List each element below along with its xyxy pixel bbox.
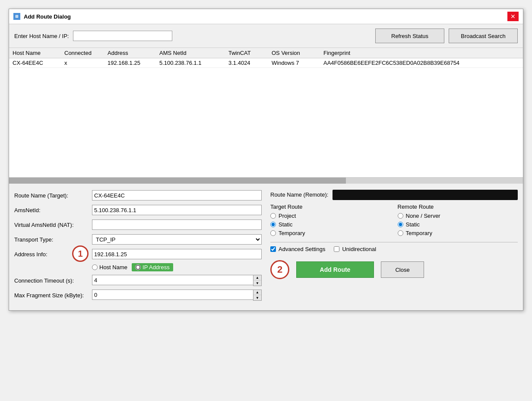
cell-connected: x (64, 60, 108, 66)
unidirectional-label: Unidirectional (342, 246, 376, 252)
transport-type-label: Transport Type: (14, 236, 92, 243)
col-header-twincat: TwinCAT (228, 50, 272, 56)
ipaddress-radio[interactable] (135, 264, 141, 270)
max-fragment-label: Max Fragment Size (kByte): (14, 292, 92, 299)
add-route-dialog: ⊞ Add Route Dialog ✕ Enter Host Name / I… (9, 9, 523, 311)
broadcast-search-button[interactable]: Broadcast Search (449, 29, 518, 43)
top-bar: Enter Host Name / IP: Refresh Status Bro… (9, 24, 523, 48)
remote-none-label: None / Server (406, 213, 440, 219)
col-header-hostname: Host Name (13, 50, 64, 56)
ipaddress-label: IP Address (142, 264, 170, 271)
amsnetid-row: AmsNetId: (14, 204, 262, 216)
host-input[interactable] (73, 31, 172, 41)
amsnetid-label: AmsNetId: (14, 207, 92, 213)
advanced-settings-checkbox[interactable] (270, 246, 276, 252)
target-static-label: Static (279, 221, 293, 228)
address-info-row: Address Info: 1 (14, 248, 262, 260)
form-left: Route Name (Target): AmsNetId: Virtual A… (14, 190, 262, 304)
dialog-icon: ⊞ (13, 13, 20, 20)
virtual-ams-row: Virtual AmsNetId (NAT): (14, 219, 262, 230)
annotation-circle-1: 1 (72, 245, 89, 262)
target-project-label: Project (279, 213, 296, 219)
route-name-remote-label: Route Name (Remote): (270, 190, 328, 198)
route-name-target-label: Route Name (Target): (14, 192, 92, 199)
refresh-status-button[interactable]: Refresh Status (375, 29, 444, 43)
title-bar: ⊞ Add Route Dialog ✕ (9, 9, 523, 24)
horizontal-scrollbar[interactable] (9, 178, 523, 184)
max-fragment-spinners: ▲ ▼ (253, 290, 262, 301)
col-header-connected: Connected (64, 50, 108, 56)
virtual-ams-input[interactable] (92, 220, 262, 230)
ipaddress-radio-container[interactable]: IP Address (132, 263, 173, 271)
hostname-radio[interactable] (92, 264, 98, 270)
remote-static-item: Static (398, 221, 518, 228)
remote-temporary-radio[interactable] (398, 230, 403, 236)
remote-temporary-label: Temporary (406, 230, 432, 236)
max-fragment-up[interactable]: ▲ (253, 290, 261, 295)
target-route-label: Target Route (270, 204, 391, 210)
remote-static-label: Static (406, 221, 420, 228)
connection-timeout-input[interactable] (92, 275, 253, 285)
col-header-address: Address (108, 50, 159, 56)
form-right: Route Name (Remote): Target Route Projec… (270, 190, 518, 304)
remote-none-radio[interactable] (398, 213, 403, 219)
amsnetid-input[interactable] (92, 205, 262, 215)
title-close-button[interactable]: ✕ (507, 12, 519, 21)
table-header-row: Host Name Connected Address AMS NetId Tw… (9, 48, 523, 58)
table-row[interactable]: CX-64EE4C x 192.168.1.25 5.100.238.76.1.… (9, 58, 523, 68)
target-static-item: Static (270, 221, 391, 228)
connection-timeout-spinbox: ▲ ▼ (92, 275, 262, 286)
virtual-ams-label: Virtual AmsNetId (NAT): (14, 222, 92, 228)
col-header-amsnetid: AMS NetId (159, 50, 228, 56)
cell-twincat: 3.1.4024 (228, 60, 272, 66)
form-columns: Route Name (Target): AmsNetId: Virtual A… (14, 190, 518, 304)
connection-timeout-label: Connection Timeout (s): (14, 277, 92, 284)
scroll-thumb[interactable] (9, 178, 346, 184)
connection-timeout-up[interactable]: ▲ (253, 275, 261, 280)
target-temporary-label: Temporary (279, 230, 305, 236)
advanced-settings-item: Advanced Settings (270, 246, 325, 252)
remote-route-label: Remote Route (398, 204, 518, 210)
action-buttons-row: 2 Add Route Close (270, 260, 518, 279)
unidirectional-checkbox[interactable] (334, 246, 339, 252)
hostname-radio-container[interactable]: Host Name (92, 264, 127, 271)
add-route-button[interactable]: Add Route (296, 261, 374, 278)
route-name-remote-redacted (332, 190, 518, 200)
remote-route-col: Remote Route None / Server Static Tempor… (398, 204, 518, 239)
route-type-columns: Target Route Project Static Temporary (270, 204, 518, 239)
target-route-col: Target Route Project Static Temporary (270, 204, 391, 239)
max-fragment-row: Max Fragment Size (kByte): ▲ ▼ (14, 290, 262, 301)
route-name-target-row: Route Name (Target): (14, 190, 262, 201)
col-header-osversion: OS Version (272, 50, 323, 56)
target-static-radio[interactable] (270, 222, 276, 227)
advanced-row: Advanced Settings Unidirectional (270, 246, 518, 252)
transport-type-row: Transport Type: TCP_IP UDP_IP (14, 234, 262, 245)
address-info-input[interactable] (92, 249, 262, 259)
cell-hostname: CX-64EE4C (13, 60, 64, 66)
close-button[interactable]: Close (381, 261, 424, 278)
max-fragment-down[interactable]: ▼ (253, 295, 261, 300)
target-temporary-radio[interactable] (270, 230, 276, 236)
route-form: Route Name (Target): AmsNetId: Virtual A… (9, 184, 523, 310)
connection-timeout-spinners: ▲ ▼ (253, 275, 262, 286)
route-name-target-input[interactable] (92, 190, 262, 200)
annotation-circle-2: 2 (270, 260, 289, 279)
max-fragment-spinbox: ▲ ▼ (92, 290, 262, 301)
connection-timeout-down[interactable]: ▼ (253, 280, 261, 286)
address-type-row: Host Name IP Address (14, 263, 262, 271)
remote-static-radio[interactable] (398, 222, 403, 227)
connection-timeout-row: Connection Timeout (s): ▲ ▼ (14, 275, 262, 286)
cell-osversion: Windows 7 (272, 60, 323, 66)
remote-none-server-item: None / Server (398, 213, 518, 219)
target-project-radio[interactable] (270, 213, 276, 219)
dialog-title: Add Route Dialog (24, 13, 71, 20)
unidirectional-item: Unidirectional (334, 246, 376, 252)
advanced-settings-label: Advanced Settings (279, 246, 325, 252)
max-fragment-input[interactable] (92, 290, 253, 300)
route-name-remote-row: Route Name (Remote): (270, 190, 518, 200)
remote-temporary-item: Temporary (398, 230, 518, 236)
transport-type-select[interactable]: TCP_IP UDP_IP (92, 234, 262, 245)
title-bar-left: ⊞ Add Route Dialog (13, 13, 71, 20)
cell-amsnetid: 5.100.238.76.1.1 (159, 60, 228, 66)
hostname-label: Host Name (99, 264, 127, 271)
